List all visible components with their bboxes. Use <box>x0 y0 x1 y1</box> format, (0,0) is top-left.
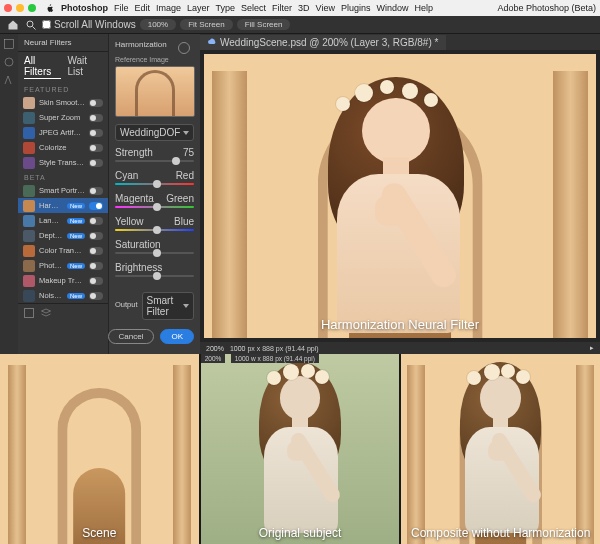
canvas[interactable]: Harmonization Neural Filter <box>204 54 596 338</box>
reference-image-thumbnail[interactable] <box>115 66 195 117</box>
filter-harmonization[interactable]: HarmonizationNew <box>18 198 108 213</box>
harmonization-options: Harmonization Reference Image WeddingDOF… <box>108 34 200 354</box>
panel-footer <box>18 303 108 321</box>
zoom-readout[interactable]: 200% <box>206 345 224 352</box>
filter-jpeg-artifact-[interactable]: JPEG Artifact... <box>18 125 108 140</box>
close-dot[interactable] <box>4 4 12 12</box>
fit-screen-button[interactable]: Fit Screen <box>180 19 232 30</box>
filter-toggle[interactable] <box>89 277 103 285</box>
tool-icon[interactable] <box>3 56 15 68</box>
original-cell: 200% 1000 w x 888 px (91.44 ppi) Origina… <box>201 354 400 544</box>
strip-zoom: 200% <box>201 354 226 363</box>
scene-caption: Scene <box>0 526 199 540</box>
filter-toggle[interactable] <box>89 292 103 300</box>
filter-label: Color Transfer <box>39 246 85 255</box>
menu-edit[interactable]: Edit <box>135 3 151 13</box>
section-featured: FEATURED <box>18 82 108 95</box>
tool-icon[interactable] <box>3 38 15 50</box>
brightness-slider[interactable]: Brightness <box>115 262 194 279</box>
tool-icon[interactable] <box>3 74 15 86</box>
cyan-red-slider[interactable]: CyanRed <box>115 170 194 187</box>
menu-plugins[interactable]: Plugins <box>341 3 371 13</box>
menu-file[interactable]: File <box>114 3 129 13</box>
filter-toggle[interactable] <box>89 144 103 152</box>
menu-view[interactable]: View <box>316 3 335 13</box>
filter-toggle[interactable] <box>89 262 103 270</box>
output-select[interactable]: Smart Filter <box>142 292 194 320</box>
zoom-100-button[interactable]: 100% <box>140 19 176 30</box>
filter-toggle[interactable] <box>89 187 103 195</box>
layers-icon[interactable] <box>40 307 52 319</box>
ok-button[interactable]: OK <box>160 329 194 344</box>
filter-toggle[interactable] <box>89 247 103 255</box>
scroll-all-checkbox[interactable]: Scroll All Windows <box>42 19 136 30</box>
filter-thumb <box>23 157 35 169</box>
filter-toggle[interactable] <box>89 202 103 210</box>
before-after-icon[interactable] <box>24 308 34 318</box>
filter-toggle[interactable] <box>89 232 103 240</box>
filter-toggle[interactable] <box>89 114 103 122</box>
strip-info: 1000 w x 888 px (91.44 ppi) <box>231 354 319 363</box>
filter-landsc-[interactable]: Landsc...New <box>18 213 108 228</box>
filter-smart-portrait[interactable]: Smart Portrait <box>18 183 108 198</box>
section-beta: BETA <box>18 170 108 183</box>
slider-left: Magenta <box>115 193 154 204</box>
app-name[interactable]: Photoshop <box>61 3 108 13</box>
filter-thumb <box>23 142 35 154</box>
filter-label: Makeup Tran... <box>39 276 85 285</box>
filter-thumb <box>23 245 35 257</box>
filter-label: Noise... <box>39 291 63 300</box>
slider-right: Blue <box>174 216 194 227</box>
minimize-dot[interactable] <box>16 4 24 12</box>
zoom-dot[interactable] <box>28 4 36 12</box>
harmonization-title: Harmonization <box>115 38 167 53</box>
filter-thumb <box>23 185 35 197</box>
cancel-button[interactable]: Cancel <box>108 329 155 344</box>
filter-toggle[interactable] <box>89 99 103 107</box>
document-tab[interactable]: WeddingScene.psd @ 200% (Layer 3, RGB/8#… <box>200 35 446 50</box>
filter-makeup-tran-[interactable]: Makeup Tran... <box>18 273 108 288</box>
filter-skin-smoothi-[interactable]: Skin Smoothi... <box>18 95 108 110</box>
reference-layer-value: WeddingDOF <box>120 127 180 138</box>
filter-photo-restor-[interactable]: Photo Restor...New <box>18 258 108 273</box>
tab-all-filters[interactable]: All Filters <box>24 55 61 79</box>
apple-menu[interactable] <box>46 4 55 13</box>
filter-depth-blur[interactable]: Depth BlurNew <box>18 228 108 243</box>
filter-colorize[interactable]: Colorize <box>18 140 108 155</box>
panel-collapse-icon[interactable]: ▸ <box>590 344 594 352</box>
menu-window[interactable]: Window <box>377 3 409 13</box>
filter-style-transfer[interactable]: Style Transfer <box>18 155 108 170</box>
menu-image[interactable]: Image <box>156 3 181 13</box>
neural-filters-panel: Neural Filters All Filters Wait List FEA… <box>18 34 108 354</box>
menu-layer[interactable]: Layer <box>187 3 210 13</box>
menu-3d[interactable]: 3D <box>298 3 310 13</box>
yellow-blue-slider[interactable]: YellowBlue <box>115 216 194 233</box>
filter-toggle[interactable] <box>89 159 103 167</box>
menu-filter[interactable]: Filter <box>272 3 292 13</box>
fill-screen-button[interactable]: Fill Screen <box>237 19 291 30</box>
filter-thumb <box>23 200 35 212</box>
zoom-tool-icon[interactable] <box>24 18 38 32</box>
filter-toggle[interactable] <box>89 217 103 225</box>
window-controls[interactable] <box>4 4 36 12</box>
home-icon[interactable] <box>6 18 20 32</box>
menu-help[interactable]: Help <box>415 3 434 13</box>
reference-layer-select[interactable]: WeddingDOF <box>115 124 194 141</box>
svg-point-0 <box>27 21 33 27</box>
document-tab-bar: WeddingScene.psd @ 200% (Layer 3, RGB/8#… <box>200 34 600 50</box>
filter-label: Harmonization <box>39 201 63 210</box>
chevron-down-icon <box>183 131 189 135</box>
strength-slider[interactable]: Strength75 <box>115 147 194 164</box>
filter-color-transfer[interactable]: Color Transfer <box>18 243 108 258</box>
magenta-green-slider[interactable]: MagentaGreen <box>115 193 194 210</box>
panel-title: Neural Filters <box>18 34 108 52</box>
reset-icon[interactable] <box>178 42 190 54</box>
tab-wait-list[interactable]: Wait List <box>67 55 102 79</box>
filter-noise-[interactable]: Noise...New <box>18 288 108 303</box>
menu-type[interactable]: Type <box>216 3 236 13</box>
menu-select[interactable]: Select <box>241 3 266 13</box>
original-caption: Original subject <box>201 526 400 540</box>
filter-super-zoom[interactable]: Super Zoom <box>18 110 108 125</box>
filter-toggle[interactable] <box>89 129 103 137</box>
saturation-slider[interactable]: Saturation <box>115 239 194 256</box>
